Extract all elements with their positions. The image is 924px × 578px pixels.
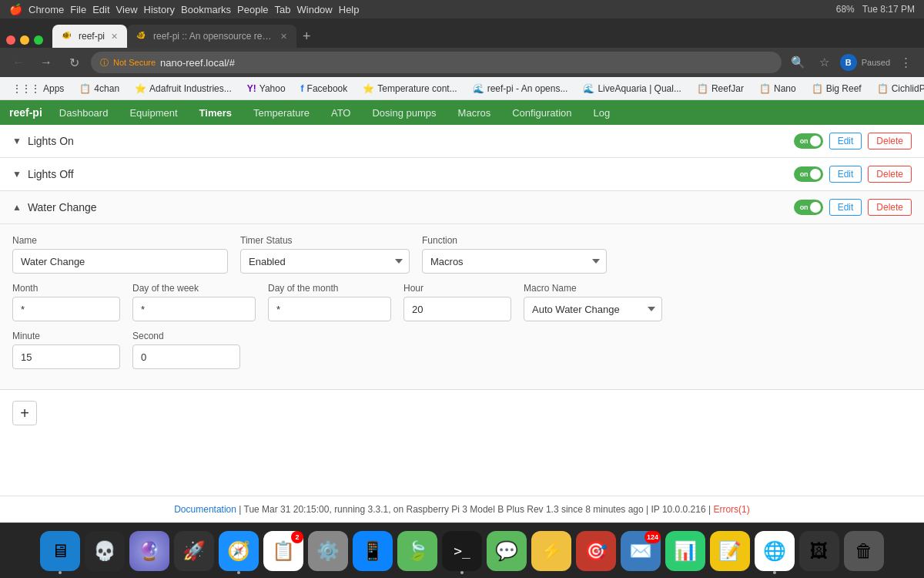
bookmark-bigreef[interactable]: 📋 Big Reef	[805, 82, 868, 96]
nav-configuration[interactable]: Configuration	[507, 104, 576, 122]
dock-messages[interactable]: 💬	[487, 531, 527, 571]
water-change-toggle[interactable]: on	[794, 200, 823, 215]
file-menu[interactable]: File	[70, 4, 86, 15]
dock-settings[interactable]: ⚙️	[308, 531, 348, 571]
tab-title-2: reef-pi :: An opensource reef t...	[153, 31, 274, 42]
bookmark-yahoo-label: Yahoo	[259, 83, 286, 94]
macro-name-select[interactable]: Auto Water Change Manual Water Change	[524, 297, 662, 321]
dock-photos[interactable]: 🖼	[799, 531, 839, 571]
menu-button[interactable]: ⋮	[895, 52, 916, 73]
search-button[interactable]: 🔍	[788, 52, 809, 73]
tab-close-1[interactable]: ✕	[111, 32, 118, 42]
dock-utorrent[interactable]: 🍃	[397, 531, 437, 571]
tab-close-2[interactable]: ✕	[280, 32, 287, 42]
bookmark-apps[interactable]: ⋮⋮⋮ Apps	[6, 82, 70, 96]
dock-siri-icon: 🔮	[138, 540, 161, 562]
add-timer-button[interactable]: +	[12, 401, 37, 425]
bookmark-reefjar[interactable]: 📋 ReefJar	[691, 82, 750, 96]
second-input[interactable]	[132, 344, 240, 369]
close-window-btn[interactable]	[6, 35, 15, 45]
function-select[interactable]: Macros Equipment Dosing	[422, 249, 607, 274]
dom-input[interactable]	[268, 297, 391, 321]
nav-dashboard[interactable]: Dashboard	[55, 104, 113, 122]
maximize-window-btn[interactable]	[34, 35, 43, 45]
dock-custom[interactable]: 🎯	[576, 531, 616, 571]
dock-terminal[interactable]: >_	[442, 531, 482, 571]
edit-menu[interactable]: Edit	[92, 4, 109, 15]
nav-ato[interactable]: ATO	[326, 104, 356, 122]
lights-on-delete-button[interactable]: Delete	[868, 133, 912, 150]
paused-button[interactable]: Paused	[862, 58, 890, 67]
dock-mail[interactable]: ✉️ 124	[621, 531, 661, 571]
reload-button[interactable]: ↻	[63, 52, 85, 73]
chrome-menu[interactable]: Chrome	[28, 4, 64, 15]
dock-launchpad[interactable]: 🚀	[174, 531, 214, 571]
nav-log[interactable]: Log	[589, 104, 615, 122]
lights-off-delete-button[interactable]: Delete	[868, 166, 912, 183]
bookmark-4chan[interactable]: 📋 4chan	[73, 82, 126, 96]
dock-finder[interactable]: 🖥	[40, 531, 80, 571]
dow-input[interactable]	[132, 297, 256, 321]
bookmark-temp[interactable]: ⭐ Temperature cont...	[357, 82, 463, 96]
bookmark-reef-pi[interactable]: 🌊 reef-pi - An opens...	[467, 82, 574, 96]
bookmark-cichlid[interactable]: 📋 CichlidPi	[871, 82, 924, 96]
bookmark-nano[interactable]: 📋 Nano	[753, 82, 802, 96]
minute-input[interactable]	[12, 344, 120, 369]
bookmark-liveaquaria[interactable]: 🌊 LiveAquaria | Qual...	[577, 82, 688, 96]
back-button[interactable]: ←	[8, 52, 29, 73]
dock-stickies[interactable]: 📝	[710, 531, 750, 571]
dock-activity[interactable]: 📊	[665, 531, 705, 571]
window-menu[interactable]: Window	[297, 4, 333, 15]
dock-skull[interactable]: 💀	[85, 531, 125, 571]
bookmark-yahoo[interactable]: Y! Yahoo	[241, 82, 292, 96]
bookmarks-menu[interactable]: Bookmarks	[181, 4, 231, 15]
view-menu[interactable]: View	[116, 4, 138, 15]
bookmark-adafruit[interactable]: ⭐ Adafruit Industries...	[129, 82, 238, 96]
nav-macros[interactable]: Macros	[454, 104, 496, 122]
dock-siri[interactable]: 🔮	[129, 531, 169, 571]
history-menu[interactable]: History	[144, 4, 175, 15]
tab-reef-pi-2[interactable]: 🐠 reef-pi :: An opensource reef t... ✕	[127, 25, 296, 48]
url-bar[interactable]: ⓘ Not Secure nano-reef.local/#	[91, 52, 782, 73]
dock-appstore[interactable]: 📱	[353, 531, 393, 571]
dock-reminders-badge: 2	[291, 531, 303, 543]
errors-link[interactable]: Errors(1)	[713, 504, 749, 515]
water-change-delete-button[interactable]: Delete	[868, 199, 912, 216]
people-menu[interactable]: People	[237, 4, 268, 15]
tab-reef-pi[interactable]: 🐠 reef-pi ✕	[52, 25, 127, 48]
water-change-edit-button[interactable]: Edit	[829, 199, 862, 216]
lights-on-toggle[interactable]: on	[794, 133, 823, 149]
new-tab-button[interactable]: +	[296, 29, 317, 45]
lights-off-toggle[interactable]: on	[794, 166, 823, 182]
dock-battery[interactable]: ⚡	[531, 531, 571, 571]
dock-reminders[interactable]: 📋 2	[263, 531, 303, 571]
lights-off-chevron[interactable]: ▼	[12, 169, 22, 180]
status-select[interactable]: Enabled Disabled	[240, 249, 410, 274]
nav-dosing[interactable]: Dosing pumps	[367, 104, 440, 122]
app-brand: reef-pi	[9, 106, 42, 119]
bookmark-facebook[interactable]: f Facebook	[295, 82, 354, 96]
tab-menu[interactable]: Tab	[275, 4, 291, 15]
documentation-link[interactable]: Documentation	[174, 504, 236, 515]
nav-equipment[interactable]: Equipment	[125, 104, 182, 122]
dock-stickies-icon: 📝	[718, 540, 742, 562]
lights-off-edit-button[interactable]: Edit	[829, 166, 862, 183]
hour-input[interactable]	[403, 297, 511, 321]
nav-timers[interactable]: Timers	[195, 104, 236, 122]
bookmark-star-button[interactable]: ☆	[814, 52, 835, 73]
dock-safari[interactable]: 🧭	[219, 531, 259, 571]
lights-on-edit-button[interactable]: Edit	[829, 133, 862, 150]
water-change-chevron[interactable]: ▲	[12, 202, 22, 213]
minimize-window-btn[interactable]	[20, 35, 29, 45]
lights-on-chevron[interactable]: ▼	[12, 136, 22, 146]
help-menu[interactable]: Help	[339, 4, 360, 15]
apple-icon[interactable]: 🍎	[9, 3, 22, 15]
name-input[interactable]	[12, 249, 228, 274]
month-input[interactable]	[12, 297, 120, 321]
nav-temperature[interactable]: Temperature	[249, 104, 314, 122]
dock-chrome[interactable]: 🌐	[755, 531, 795, 571]
forward-button[interactable]: →	[35, 52, 57, 73]
dock-trash[interactable]: 🗑	[844, 531, 884, 571]
nano-icon: 📋	[759, 83, 771, 94]
profile-button[interactable]: B	[840, 54, 857, 71]
